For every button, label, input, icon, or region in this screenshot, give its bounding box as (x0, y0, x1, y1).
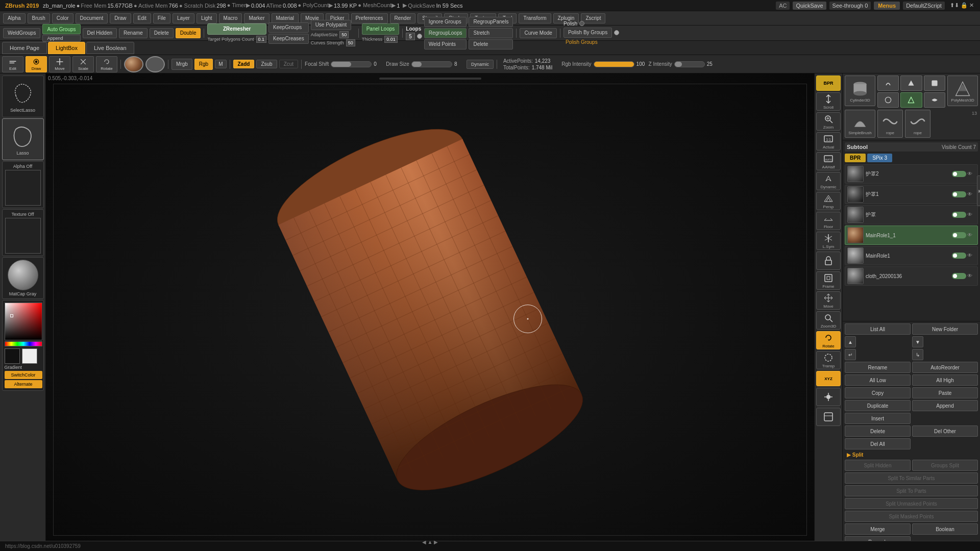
subtool-toggle-0[interactable] (952, 171, 966, 177)
menu-brush[interactable]: Brush (28, 13, 50, 23)
simple-brush-thumb[interactable]: SimpleBrush (845, 110, 875, 138)
tab-live-boolean[interactable]: Live Boolean (86, 42, 134, 54)
floor-icon-btn[interactable]: Floor (816, 212, 841, 230)
polish-value[interactable]: 5 (406, 33, 415, 40)
cylinder3d-thumb[interactable]: Cylinder3D (845, 76, 875, 106)
dynamic-btn[interactable]: Dynamic (467, 60, 494, 69)
move-icon-btn[interactable]: Move (816, 291, 841, 310)
bpr-btn[interactable]: BPR (845, 154, 866, 162)
subtool-item-0[interactable]: 护罩2 👁 (845, 164, 978, 184)
subtool-eye-0[interactable]: 👁 (967, 171, 975, 177)
polymesh3d-thumb[interactable]: PolyMesh3D (947, 76, 978, 106)
swatch-white[interactable] (22, 348, 37, 364)
rb-2[interactable] (900, 76, 922, 91)
panel-loops-btn[interactable]: Panel Loops (362, 23, 400, 35)
mrgb-btn[interactable]: Mrgb (172, 59, 192, 70)
dynamic-icon-btn[interactable]: Dynamic (816, 172, 841, 190)
bpr-icon-btn[interactable]: BPR (816, 76, 841, 91)
ignore-groups-btn[interactable]: Ignore Groups (424, 17, 467, 27)
menu-edit[interactable]: Edit (133, 13, 151, 23)
menu-transform[interactable]: Transform (519, 13, 551, 23)
boolean-btn[interactable]: Boolean (912, 523, 978, 535)
all-high-btn[interactable]: All High (912, 374, 978, 386)
focal-shift-value[interactable]: 0 (374, 61, 384, 67)
new-folder-btn[interactable]: New Folder (912, 323, 978, 335)
subtool-toggle-1[interactable] (952, 191, 966, 197)
keep-creases-btn[interactable]: KeepCreases (268, 34, 309, 44)
menu-draw[interactable]: Draw (110, 13, 131, 23)
list-all-btn[interactable]: List All (845, 323, 911, 335)
subtool-item-3[interactable]: MainRole1_1 👁 (845, 226, 978, 245)
del-all-btn[interactable]: Del All (845, 438, 911, 449)
subtool-item-5[interactable]: cloth_20200136 👁 (845, 266, 978, 286)
auto-groups-btn[interactable]: Auto Groups (42, 24, 80, 34)
frame-icon-btn[interactable]: Frame (816, 271, 841, 290)
curves-strength-value[interactable]: 50 (346, 39, 355, 46)
append-action-btn[interactable]: Append (912, 400, 978, 411)
insert-btn[interactable]: Insert (845, 413, 911, 424)
weld-points-btn[interactable]: Weld Points (424, 39, 467, 49)
delete-loop-btn[interactable]: Delete (469, 39, 513, 49)
focal-shift-slider[interactable] (331, 61, 372, 67)
rb-1[interactable] (877, 76, 899, 91)
color-gradient[interactable] (5, 303, 42, 340)
regroup-panels-btn[interactable]: RegroupPanels (469, 17, 513, 27)
flat-sphere-btn[interactable] (145, 56, 165, 72)
split-parts-btn[interactable]: Split To Parts (845, 485, 978, 496)
zoom3d-icon-btn[interactable]: Zoom3D (816, 311, 841, 330)
split-hidden-btn[interactable]: Split Hidden (845, 460, 911, 471)
auto-reorder-btn[interactable]: AutoReorder (912, 362, 978, 373)
subtool-item-2[interactable]: 护罩 👁 (845, 205, 978, 224)
split-unmasked-btn[interactable]: Split Unmasked Points (845, 498, 978, 509)
rename-btn[interactable]: Rename (119, 28, 148, 38)
subtool-toggle-5[interactable] (952, 273, 966, 279)
del-other-btn[interactable]: Del Other (912, 425, 978, 437)
subtool-eye-1[interactable]: 👁 (967, 191, 975, 197)
polish-radio[interactable] (417, 34, 422, 39)
arrow-up-btn[interactable]: ▲ (845, 336, 856, 347)
matcap-box[interactable]: MatCap Gray (2, 257, 44, 299)
arrow-out-btn[interactable]: ↳ (912, 349, 923, 360)
tab-home[interactable]: Home Page (2, 42, 47, 54)
quick-save-btn[interactable]: QuickSave (793, 2, 826, 10)
transp-icon-btn[interactable]: Transp (816, 351, 841, 369)
menu-file[interactable]: File (153, 13, 170, 23)
menu-material[interactable]: Material (272, 13, 299, 23)
swatch-black[interactable] (5, 348, 20, 364)
canvas-area[interactable]: 0.505,-0.303,-0.014 (46, 73, 814, 551)
subtool-eye-3[interactable]: 👁 (967, 232, 975, 238)
del-hidden-btn[interactable]: Del Hidden (83, 28, 117, 38)
menu-document[interactable]: Document (76, 13, 108, 23)
menu-marker[interactable]: Marker (244, 13, 269, 23)
texture-off-box[interactable]: Texture Off (2, 209, 44, 256)
draw-btn[interactable]: Draw (26, 56, 47, 72)
persp-icon-btn[interactable]: Persp (816, 192, 841, 210)
move-btn[interactable]: Move (49, 56, 70, 72)
rotate-icon-btn[interactable]: Rotate (816, 331, 841, 349)
rb-6[interactable] (924, 92, 945, 108)
zsub-btn[interactable]: Zsub (256, 60, 277, 68)
delete-action-btn[interactable]: Delete (845, 425, 911, 437)
scale-btn[interactable]: Scale (72, 56, 94, 72)
keep-groups-btn[interactable]: KeepGroups (268, 22, 309, 33)
polish-dot[interactable] (579, 21, 584, 26)
subtool-eye-5[interactable]: 👁 (967, 273, 975, 279)
weld-groups-btn[interactable]: WeldGroups (3, 28, 40, 38)
subtool-item-1[interactable]: 护罩1 👁 (845, 185, 978, 204)
subtool-toggle-2[interactable] (952, 212, 966, 218)
subtool-eye-4[interactable]: 👁 (967, 253, 975, 259)
zadd-btn[interactable]: Zadd (233, 60, 255, 68)
select-lasso-brush[interactable]: SelectLasso (2, 76, 44, 117)
subtool-item-4[interactable]: MainRole1 👁 (845, 246, 978, 265)
adaptive-size-value[interactable]: 50 (339, 31, 349, 38)
zoom-icon-btn[interactable]: Zoom (816, 112, 841, 131)
duplicate-btn[interactable]: Duplicate (845, 400, 911, 411)
copy-btn[interactable]: Copy (845, 387, 911, 398)
draw-size-slider[interactable] (411, 61, 452, 67)
xyz-icon-btn[interactable]: XYZ (816, 371, 841, 386)
curve-mode-btn[interactable]: Curve Mode (520, 28, 556, 38)
regroup-loops-btn[interactable]: RegroupLoops (424, 28, 467, 38)
target-polygons-value[interactable]: 0.1 (256, 36, 267, 43)
snap-icon-btn[interactable] (816, 388, 841, 406)
rename-action-btn[interactable]: Rename (845, 362, 911, 373)
